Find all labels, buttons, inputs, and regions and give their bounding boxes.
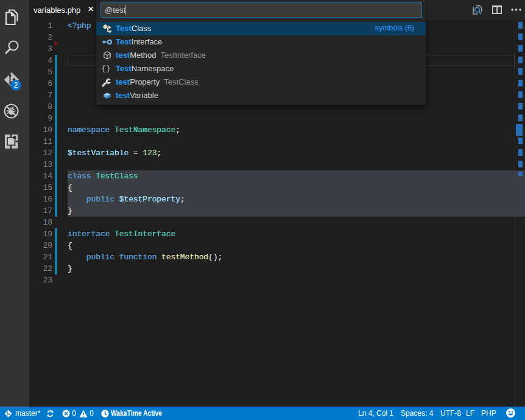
- svg-text:2: 2: [14, 81, 18, 89]
